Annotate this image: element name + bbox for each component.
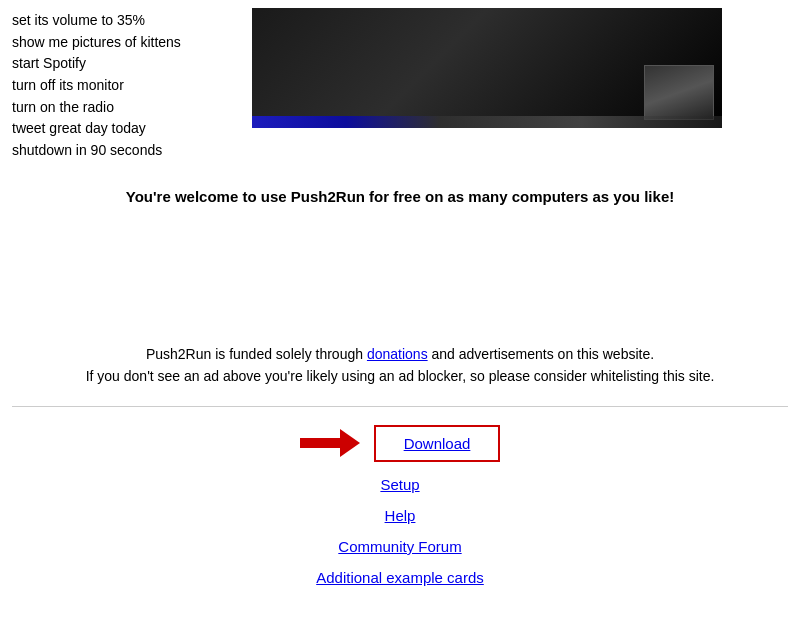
command-list: set its volume to 35% show me pictures o… bbox=[12, 8, 242, 162]
top-section: set its volume to 35% show me pictures o… bbox=[0, 0, 800, 170]
command-item-6: shutdown in 90 seconds bbox=[12, 140, 242, 162]
welcome-text: You're welcome to use Push2Run for free … bbox=[20, 188, 780, 205]
command-item-2: start Spotify bbox=[12, 53, 242, 75]
funding-line1: Push2Run is funded solely through donati… bbox=[20, 343, 780, 365]
video-thumbnail bbox=[252, 8, 722, 128]
help-link[interactable]: Help bbox=[385, 507, 416, 524]
links-section: Download Setup Help Community Forum Addi… bbox=[0, 415, 800, 606]
command-item-1: show me pictures of kittens bbox=[12, 32, 242, 54]
welcome-section: You're welcome to use Push2Run for free … bbox=[0, 170, 800, 213]
ad-area bbox=[0, 213, 800, 333]
download-row: Download bbox=[300, 425, 501, 462]
divider bbox=[12, 406, 788, 407]
additional-cards-link[interactable]: Additional example cards bbox=[316, 569, 484, 586]
funding-prefix: Push2Run is funded solely through bbox=[146, 346, 367, 362]
funding-section: Push2Run is funded solely through donati… bbox=[0, 333, 800, 398]
arrow-icon bbox=[300, 429, 360, 457]
funding-suffix: and advertisements on this website. bbox=[428, 346, 654, 362]
command-item-5: tweet great day today bbox=[12, 118, 242, 140]
video-bottom-bar bbox=[252, 116, 722, 128]
donations-link[interactable]: donations bbox=[367, 346, 428, 362]
command-item-4: turn on the radio bbox=[12, 97, 242, 119]
video-inset bbox=[644, 65, 714, 120]
community-forum-link[interactable]: Community Forum bbox=[338, 538, 461, 555]
command-item-3: turn off its monitor bbox=[12, 75, 242, 97]
download-button[interactable]: Download bbox=[374, 425, 501, 462]
setup-link[interactable]: Setup bbox=[380, 476, 419, 493]
command-item-0: set its volume to 35% bbox=[12, 10, 242, 32]
funding-line2: If you don't see an ad above you're like… bbox=[20, 365, 780, 387]
